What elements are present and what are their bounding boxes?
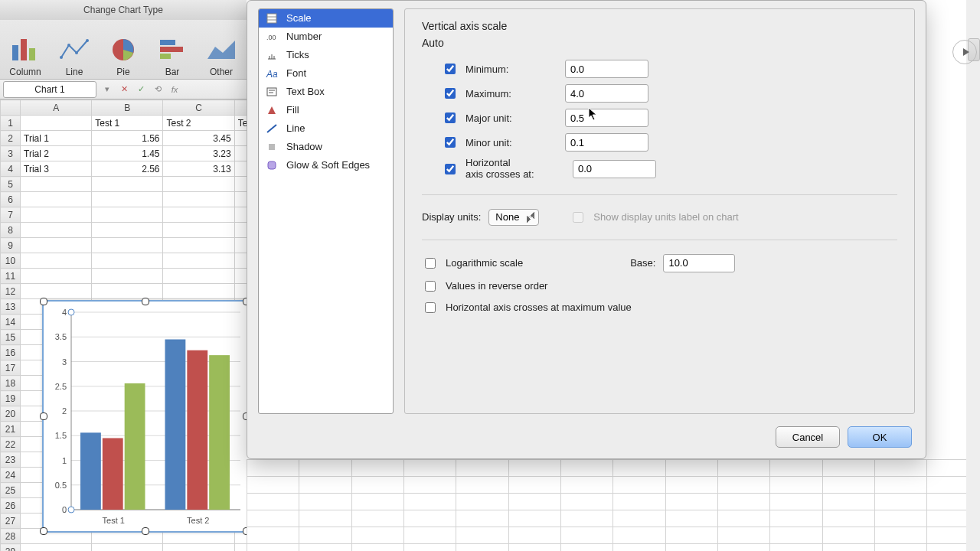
vertical-scrollbar[interactable]	[966, 0, 980, 551]
row-header[interactable]: 2	[1, 131, 21, 146]
cell[interactable]	[234, 192, 247, 207]
column-header[interactable]: B	[92, 100, 163, 116]
cell[interactable]	[92, 269, 163, 284]
cell[interactable]: Test 2	[163, 116, 234, 131]
embedded-chart[interactable]: 00.511.522.533.54Test 1Test 2	[42, 300, 247, 533]
cell[interactable]	[92, 544, 163, 552]
chart-type-line[interactable]: Line	[57, 34, 92, 77]
undo-formula-icon[interactable]: ⟲	[152, 83, 164, 96]
row-header[interactable]: 3	[1, 146, 21, 161]
row-header[interactable]: 17	[1, 360, 21, 376]
chart-type-column[interactable]: Column	[8, 34, 43, 77]
maximum-field[interactable]	[565, 84, 648, 103]
cell[interactable]	[234, 238, 247, 253]
row-header[interactable]: 28	[1, 529, 21, 544]
cross-max-check[interactable]	[425, 302, 436, 313]
spreadsheet-continuation[interactable]	[247, 459, 980, 551]
cell[interactable]	[234, 284, 247, 299]
minor-unit-field[interactable]	[565, 133, 648, 152]
cell[interactable]	[163, 177, 234, 192]
column-header[interactable]: D	[234, 100, 247, 116]
cell[interactable]	[21, 238, 92, 253]
category-text-box[interactable]: Text Box	[259, 83, 393, 101]
row-header[interactable]: 27	[1, 514, 21, 529]
show-units-check[interactable]	[573, 212, 583, 223]
spreadsheet[interactable]: ABCD 1Test 1Test 2Test2Trial 11.563.453T…	[0, 99, 247, 551]
cell[interactable]	[92, 253, 163, 269]
row-header[interactable]: 20	[1, 406, 21, 422]
category-line[interactable]: Line	[259, 119, 393, 138]
category-list[interactable]: Scale.00NumberTicksAaFontText BoxFillLin…	[258, 8, 394, 414]
row-header[interactable]: 23	[1, 452, 21, 468]
row-header[interactable]: 5	[1, 177, 21, 192]
row-header[interactable]: 7	[1, 207, 21, 223]
display-units-select[interactable]: None	[488, 209, 539, 226]
cell[interactable]	[21, 223, 92, 238]
row-header[interactable]: 29	[1, 544, 21, 552]
cell[interactable]	[163, 544, 234, 552]
cell[interactable]	[234, 223, 247, 238]
enter-formula-icon[interactable]: ✓	[135, 83, 147, 96]
row-header[interactable]: 4	[1, 161, 21, 177]
row-header[interactable]: 6	[1, 192, 21, 207]
cell[interactable]: 3.23	[163, 146, 234, 161]
cell[interactable]	[234, 544, 247, 552]
cell[interactable]	[21, 284, 92, 299]
row-header[interactable]: 22	[1, 437, 21, 452]
cell[interactable]	[21, 177, 92, 192]
cancel-button[interactable]: Cancel	[776, 426, 840, 448]
cell[interactable]: Test 1	[92, 116, 163, 131]
category-glow-soft-edges[interactable]: Glow & Soft Edges	[259, 156, 393, 174]
log-scale-check[interactable]	[425, 258, 436, 269]
ok-button[interactable]: OK	[848, 426, 912, 448]
cell[interactable]: 3.45	[163, 131, 234, 146]
cell[interactable]	[92, 238, 163, 253]
cross-check[interactable]	[445, 164, 456, 174]
row-header[interactable]: 16	[1, 345, 21, 360]
cell[interactable]	[21, 116, 92, 131]
name-box[interactable]: Chart 1	[3, 81, 96, 98]
cell[interactable]: Test	[234, 116, 247, 131]
cell[interactable]	[163, 269, 234, 284]
cell[interactable]: 1.45	[92, 146, 163, 161]
cell[interactable]	[163, 207, 234, 223]
cell[interactable]	[163, 223, 234, 238]
cell[interactable]	[163, 284, 234, 299]
minimum-check[interactable]	[445, 64, 456, 74]
row-header[interactable]: 18	[1, 376, 21, 391]
cell[interactable]	[21, 269, 92, 284]
cell[interactable]	[92, 284, 163, 299]
category-font[interactable]: AaFont	[259, 64, 393, 83]
cell[interactable]	[234, 146, 247, 161]
cell[interactable]	[21, 207, 92, 223]
row-header[interactable]: 9	[1, 238, 21, 253]
row-header[interactable]: 14	[1, 315, 21, 330]
cell[interactable]	[21, 544, 92, 552]
cell[interactable]: 3.13	[163, 161, 234, 177]
cell[interactable]	[234, 161, 247, 177]
cell[interactable]	[163, 192, 234, 207]
major-unit-field[interactable]	[565, 109, 648, 127]
cell[interactable]	[163, 253, 234, 269]
row-header[interactable]: 24	[1, 468, 21, 483]
reverse-order-check[interactable]	[425, 281, 436, 292]
cell[interactable]	[234, 177, 247, 192]
category-ticks[interactable]: Ticks	[259, 46, 393, 64]
cell[interactable]: 2.56	[92, 161, 163, 177]
cell[interactable]	[234, 207, 247, 223]
row-header[interactable]: 10	[1, 253, 21, 269]
cell[interactable]	[92, 177, 163, 192]
column-header[interactable]: A	[21, 100, 92, 116]
row-header[interactable]: 25	[1, 483, 21, 498]
cross-field[interactable]	[573, 160, 656, 178]
select-all-cell[interactable]	[1, 100, 21, 116]
row-header[interactable]: 15	[1, 330, 21, 345]
cell[interactable]: Trial 3	[21, 161, 92, 177]
column-header[interactable]: C	[163, 100, 234, 116]
minimum-field[interactable]	[565, 60, 648, 78]
chart-type-bar[interactable]: Bar	[155, 34, 190, 77]
cancel-formula-icon[interactable]: ✕	[118, 83, 130, 96]
chart-type-pie[interactable]: Pie	[106, 34, 141, 77]
cell[interactable]	[234, 131, 247, 146]
minor-unit-check[interactable]	[445, 137, 456, 148]
